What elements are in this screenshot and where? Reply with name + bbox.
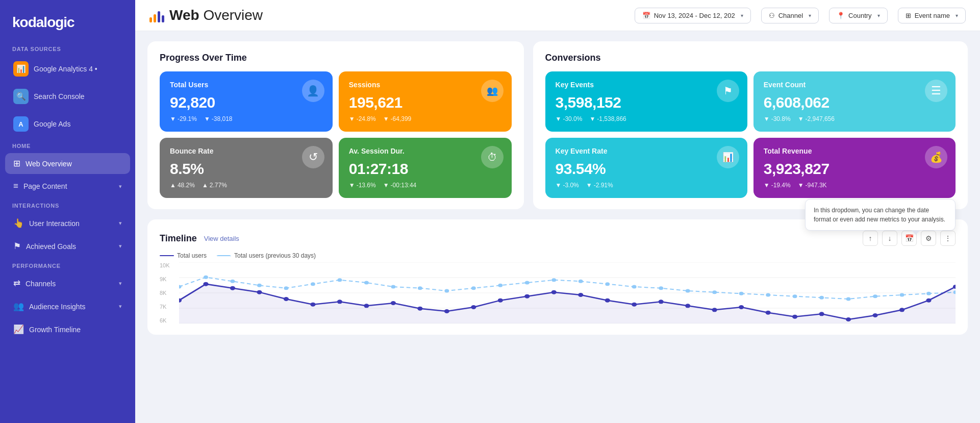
progress-metrics-grid: Total Users 92,820 ▼ -29.1% ▼ -38,018 [160, 71, 512, 198]
svg-point-21 [605, 298, 610, 303]
svg-point-20 [578, 293, 583, 297]
event-count-deltas: ▼ -30.8% ▼ -2,947,656 [764, 115, 945, 122]
chevron-down-icon-3: ▾ [119, 243, 122, 250]
conversions-section: Conversions Key Events 3,598,152 ▼ -30.0… [533, 41, 968, 209]
key-event-rate-value: 93.54% [556, 160, 737, 178]
performance-label: Performance [0, 258, 135, 272]
sidebar-item-audience-insights[interactable]: 👥 Audience Insights ▾ [5, 296, 130, 317]
upload-button[interactable]: ↑ [863, 231, 878, 246]
home-label: Home [0, 138, 135, 152]
event-count-icon: ☰ [925, 80, 947, 102]
channel-filter[interactable]: ⚇ Channel ▾ [761, 8, 819, 23]
sidebar-item-google-ads[interactable]: A Google Ads [5, 111, 130, 137]
bounce-rate-title: Bounce Rate [170, 147, 322, 155]
sessions-delta-pct: ▼ -24.8% [349, 115, 376, 122]
sidebar-item-label-gt: Growth Timeline [29, 326, 122, 334]
sidebar-item-search-console[interactable]: 🔍 Search Console [5, 84, 130, 109]
svg-point-52 [632, 285, 637, 289]
svg-point-53 [659, 286, 663, 290]
y-label-8k: 8K [160, 290, 178, 296]
view-details-link[interactable]: View details [204, 235, 239, 242]
chart-svg-area [179, 262, 956, 324]
sidebar-item-label-ag: Achieved Goals [26, 242, 114, 251]
sidebar-item-growth-timeline[interactable]: 📈 Growth Timeline [5, 319, 130, 340]
sessions-icon: 👥 [481, 80, 504, 102]
calendar-ctrl-button[interactable]: 📅 [901, 231, 917, 246]
progress-section-title: Progress Over Time [160, 53, 512, 63]
achieved-goals-icon: ⚑ [13, 241, 21, 252]
sidebar-item-channels[interactable]: ⇄ Channels ▾ [5, 273, 130, 294]
google-analytics-icon: 📊 [13, 61, 29, 77]
key-events-icon: ⚑ [717, 80, 739, 102]
svg-point-38 [257, 284, 262, 287]
more-ctrl-button[interactable]: ⋮ [940, 231, 956, 246]
svg-point-61 [873, 294, 877, 298]
key-events-deltas: ▼ -30.0% ▼ -1,538,866 [556, 115, 737, 122]
svg-point-58 [793, 294, 797, 298]
sidebar-item-web-overview[interactable]: ⊞ Web Overview [5, 153, 130, 174]
total-revenue-value: 3,923,827 [764, 160, 945, 178]
svg-point-57 [766, 293, 770, 297]
y-label-7k: 7K [160, 304, 178, 310]
sessions-delta-abs: ▼ -64,399 [383, 115, 412, 122]
metric-card-key-events: Key Events 3,598,152 ▼ -30.0% ▼ -1,538,8… [545, 71, 747, 132]
total-users-value: 92,820 [170, 94, 322, 111]
key-events-delta-pct: ▼ -30.0% [556, 115, 583, 122]
date-range-filter[interactable]: 📅 Nov 13, 2024 - Dec 12, 202 ▾ [635, 8, 751, 23]
svg-point-45 [444, 289, 449, 293]
event-name-filter[interactable]: ⊞ Event name ▾ [898, 8, 966, 23]
country-filter[interactable]: 📍 Country ▾ [829, 8, 888, 23]
timeline-header: Timeline View details In this dropdown, … [160, 231, 956, 246]
header-logo: Web Overview [149, 7, 263, 23]
sidebar-item-google-analytics[interactable]: 📊 Google Analytics 4 • [5, 56, 130, 82]
svg-point-60 [846, 297, 851, 301]
total-users-icon: 👤 [302, 80, 324, 102]
svg-point-30 [846, 317, 851, 321]
audience-insights-icon: 👥 [13, 301, 24, 312]
svg-point-24 [685, 304, 690, 308]
timeline-svg [179, 262, 956, 324]
key-events-delta-abs: ▼ -1,538,866 [589, 115, 626, 122]
total-users-deltas: ▼ -29.1% ▼ -38,018 [170, 115, 322, 122]
svg-point-31 [872, 313, 877, 317]
down-arrow-ke-pct: ▼ [556, 115, 562, 122]
down-arrow-icon: ▼ [170, 115, 176, 122]
svg-point-18 [524, 294, 530, 298]
svg-point-16 [471, 305, 476, 309]
sidebar-item-user-interaction[interactable]: 👆 User Interaction ▾ [5, 213, 130, 234]
svg-point-8 [257, 290, 262, 294]
filter-ctrl-button[interactable]: ⚙ [921, 231, 936, 246]
down-arrow-session-pct: ▼ [349, 182, 355, 189]
down-arrow-ec-pct: ▼ [764, 115, 770, 122]
page-title: Web Overview [169, 7, 263, 23]
channels-icon: ⇄ [13, 278, 20, 289]
down-arrow-ec-abs: ▼ [798, 115, 804, 122]
svg-point-59 [819, 296, 824, 300]
timeline-section: Timeline View details In this dropdown, … [147, 219, 968, 335]
sidebar-item-page-content[interactable]: ≡ Page Content ▾ [5, 176, 130, 196]
sidebar-item-label-ga: Google Analytics 4 • [34, 65, 122, 73]
svg-point-10 [310, 303, 315, 307]
session-dur-title: Av. Session Dur. [349, 147, 501, 155]
sidebar-item-achieved-goals[interactable]: ⚑ Achieved Goals ▾ [5, 236, 130, 257]
svg-point-19 [551, 290, 557, 294]
svg-point-26 [739, 305, 744, 309]
svg-point-37 [231, 280, 235, 283]
svg-point-50 [579, 280, 583, 283]
download-button[interactable]: ↓ [882, 231, 897, 246]
legend-item-prev-users: Total users (previous 30 days) [217, 252, 316, 259]
total-revenue-icon: 💰 [925, 146, 947, 168]
svg-point-32 [899, 308, 904, 312]
down-arrow-session-abs: ▼ [383, 182, 389, 189]
svg-point-40 [311, 282, 315, 286]
svg-point-39 [284, 286, 288, 290]
metric-card-total-users: Total Users 92,820 ▼ -29.1% ▼ -38,018 [160, 71, 333, 132]
svg-point-13 [391, 301, 396, 305]
top-sections-row: Progress Over Time Total Users 92,820 ▼ … [147, 41, 968, 209]
location-icon: 📍 [837, 12, 845, 19]
legend-item-total-users: Total users [160, 252, 207, 259]
total-users-delta-abs: ▼ -38,018 [204, 115, 233, 122]
metric-card-bounce-rate: Bounce Rate 8.5% ▲ 48.2% ▲ 2.77% [160, 138, 333, 198]
svg-point-28 [792, 315, 797, 319]
legend-label-prev-users: Total users (previous 30 days) [234, 252, 316, 259]
